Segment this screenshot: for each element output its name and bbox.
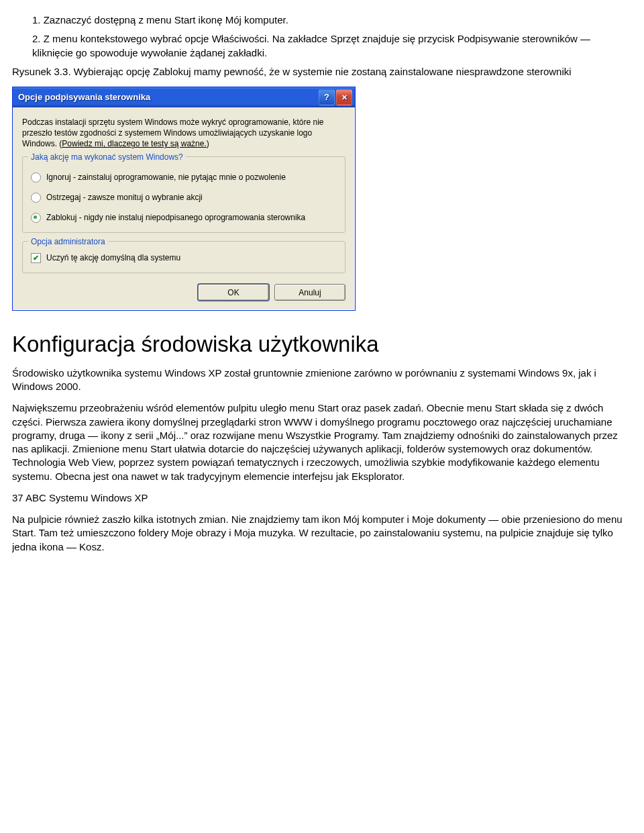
term: Sprzęt <box>330 33 359 44</box>
text: ) <box>207 139 209 148</box>
dialog-body: Podczas instalacji sprzętu system Window… <box>13 107 355 310</box>
dialog-intro: Podczas instalacji sprzętu system Window… <box>22 117 345 150</box>
text: znajduje się przycisk <box>360 33 458 44</box>
radio-icon <box>31 193 41 203</box>
title-bar-text: Opcje podpisywania sterownika <box>18 91 319 103</box>
radio-label: Zablokuj - nigdy nie instaluj niepodpisa… <box>46 212 305 223</box>
paragraph: Środowisko użytkownika systemu Windows X… <box>12 366 632 394</box>
list-item-1: 1. Zaznaczyć dostępną z menu Start ikonę… <box>32 13 632 27</box>
text: 2. Z menu kontekstowego wybrać opcje <box>32 33 212 44</box>
checkbox-label: Uczyń tę akcję domyślną dla systemu <box>46 252 180 263</box>
dialog-buttons: OK Anuluj <box>22 281 345 301</box>
term: Właściwości <box>212 33 267 44</box>
term: Podpisywanie sterowników <box>458 33 578 44</box>
action-group-legend: Jaką akcję ma wykonać system Windows? <box>28 152 186 162</box>
radio-label: Ostrzegaj - zawsze monituj o wybranie ak… <box>46 192 203 203</box>
admin-group: Opcja administratora Uczyń tę akcję domy… <box>22 241 345 273</box>
title-bar-buttons <box>319 89 352 105</box>
close-button[interactable] <box>336 89 352 105</box>
radio-ignore[interactable]: Ignoruj - zainstaluj oprogramowanie, nie… <box>31 172 337 183</box>
figure-caption: Rysunek 3.3. Wybierając opcję Zablokuj m… <box>12 65 632 79</box>
radio-icon <box>31 173 41 183</box>
radio-warn[interactable]: Ostrzegaj - zawsze monituj o wybranie ak… <box>31 192 337 203</box>
why-tests-link[interactable]: Powiedz mi, dlaczego te testy są ważne. <box>62 139 206 148</box>
title-bar[interactable]: Opcje podpisywania sterownika <box>13 87 355 107</box>
radio-icon <box>31 213 41 223</box>
admin-group-legend: Opcja administratora <box>28 236 108 247</box>
action-group: Jaką akcję ma wykonać system Windows? Ig… <box>22 156 345 234</box>
paragraph: Największemu przeobrażeniu wśród element… <box>12 401 632 483</box>
paragraph: 37 ABC Systemu Windows XP <box>12 491 632 505</box>
radio-block[interactable]: Zablokuj - nigdy nie instaluj niepodpisa… <box>31 212 337 223</box>
section-heading: Konfiguracja środowiska użytkownika <box>12 330 632 360</box>
checkbox-make-default[interactable]: Uczyń tę akcję domyślną dla systemu <box>31 252 337 263</box>
driver-signing-dialog: Opcje podpisywania sterownika Podczas in… <box>12 87 356 311</box>
cancel-button[interactable]: Anuluj <box>274 284 345 301</box>
paragraph: Na pulpicie również zaszło kilka istotny… <box>12 513 632 554</box>
text: . Na zakładce <box>266 33 330 44</box>
radio-label: Ignoruj - zainstaluj oprogramowanie, nie… <box>46 172 286 183</box>
list-item-2: 2. Z menu kontekstowego wybrać opcje Wła… <box>32 32 632 60</box>
checkbox-icon <box>31 253 41 263</box>
help-button[interactable] <box>319 89 335 105</box>
ok-button[interactable]: OK <box>198 284 269 301</box>
